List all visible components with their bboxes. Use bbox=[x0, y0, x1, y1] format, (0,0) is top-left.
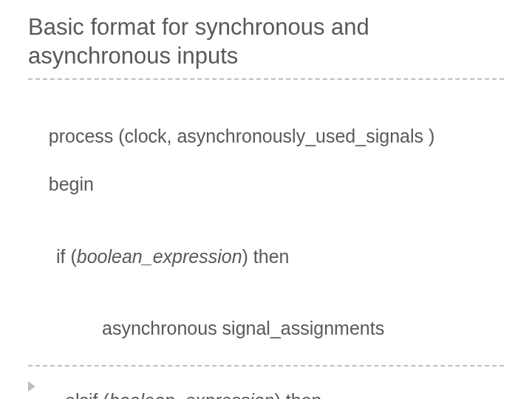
triangle-right-icon bbox=[28, 381, 35, 392]
code-line-3: if (boolean_expression) then bbox=[28, 245, 504, 269]
code-line-2: begin bbox=[49, 174, 94, 194]
code-line-3a: if ( bbox=[56, 246, 77, 267]
code-line-5a: elsif ( bbox=[65, 390, 109, 400]
slide: Basic format for synchronous and asynchr… bbox=[0, 0, 532, 399]
title-divider bbox=[28, 78, 504, 80]
code-block: process (clock, asynchronously_used_sign… bbox=[28, 100, 504, 400]
code-line-4: asynchronous signal_assignments bbox=[28, 316, 504, 341]
slide-title: Basic format for synchronous and asynchr… bbox=[28, 13, 504, 71]
code-line-5: elsif (boolean_expression) then bbox=[28, 389, 504, 400]
code-line-5c: ) then bbox=[275, 390, 322, 400]
code-line-1: process (clock, asynchronously_used_sign… bbox=[49, 126, 434, 146]
footer-divider bbox=[28, 365, 504, 366]
code-line-3b: boolean_expression bbox=[77, 246, 242, 267]
code-line-3c: ) then bbox=[242, 246, 290, 267]
code-line-5b: boolean_expression bbox=[109, 390, 275, 400]
